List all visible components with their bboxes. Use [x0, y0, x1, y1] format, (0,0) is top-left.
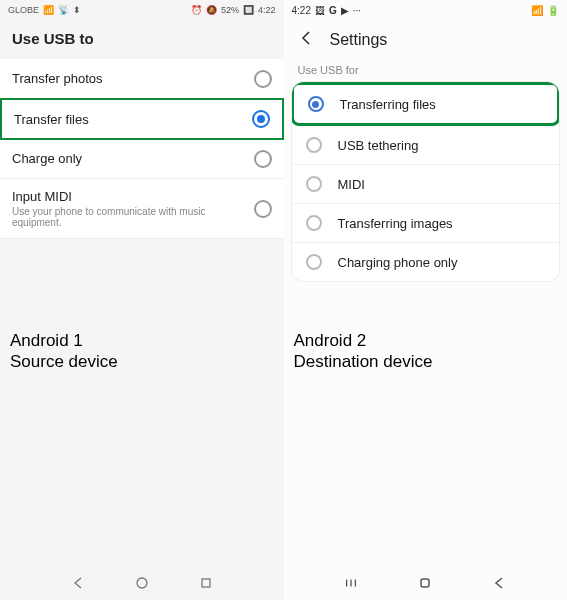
- option-label: Charge only: [12, 151, 82, 166]
- option-label: USB tethering: [338, 138, 419, 153]
- svg-point-0: [137, 578, 147, 588]
- section-label: Use USB for: [284, 64, 568, 82]
- option-transferring-files[interactable]: Transferring files: [292, 82, 560, 126]
- option-charging-phone-only[interactable]: Charging phone only: [292, 243, 560, 281]
- option-sublabel: Use your phone to communicate with music…: [12, 206, 254, 228]
- recents-icon[interactable]: [199, 576, 213, 590]
- usb-options-list: Transferring files USB tethering MIDI Tr…: [292, 82, 560, 281]
- back-icon[interactable]: [492, 576, 506, 590]
- wifi-icon: 📡: [58, 5, 69, 15]
- radio-icon[interactable]: [306, 176, 322, 192]
- option-label: Input MIDI: [12, 189, 254, 204]
- radio-icon[interactable]: [308, 96, 324, 112]
- option-label: Transferring images: [338, 216, 453, 231]
- option-input-midi[interactable]: Input MIDI Use your phone to communicate…: [0, 179, 284, 239]
- caption-line2: Destination device: [294, 351, 433, 372]
- navigation-bar: [284, 566, 568, 600]
- back-icon[interactable]: [298, 30, 314, 50]
- status-bar: GLOBE 📶 📡 ⬍ ⏰ 🔕 52% 🔲 4:22: [0, 0, 284, 20]
- option-charge-only[interactable]: Charge only: [0, 139, 284, 179]
- back-icon[interactable]: [71, 576, 85, 590]
- youtube-icon: ▶: [341, 5, 349, 16]
- option-usb-tethering[interactable]: USB tethering: [292, 126, 560, 165]
- option-label: MIDI: [338, 177, 365, 192]
- page-title: Use USB to: [0, 20, 284, 59]
- home-icon[interactable]: [418, 576, 432, 590]
- home-icon[interactable]: [135, 576, 149, 590]
- caption-line1: Android 2: [294, 330, 433, 351]
- option-transferring-images[interactable]: Transferring images: [292, 204, 560, 243]
- usb-options-list: Transfer photos Transfer files Charge on…: [0, 59, 284, 239]
- option-label: Charging phone only: [338, 255, 458, 270]
- clock-label: 4:22: [258, 5, 276, 15]
- option-midi[interactable]: MIDI: [292, 165, 560, 204]
- battery-icon: 🔋: [547, 5, 559, 16]
- clock-label: 4:22: [292, 5, 311, 16]
- signal-icon: 📶: [43, 5, 54, 15]
- svg-rect-1: [202, 579, 210, 587]
- google-icon: G: [329, 5, 337, 16]
- signal-icon: 📶: [531, 5, 543, 16]
- device-caption: Android 1 Source device: [10, 330, 118, 373]
- radio-icon[interactable]: [254, 70, 272, 88]
- recents-icon[interactable]: [344, 576, 358, 590]
- caption-line2: Source device: [10, 351, 118, 372]
- option-label: Transfer files: [14, 112, 89, 127]
- option-transfer-photos[interactable]: Transfer photos: [0, 59, 284, 99]
- option-label: Transfer photos: [12, 71, 103, 86]
- radio-icon[interactable]: [254, 150, 272, 168]
- device-android-2: 4:22 🖼 G ▶ ··· 📶 🔋 Settings Use USB for …: [284, 0, 568, 600]
- header: Settings: [284, 20, 568, 64]
- radio-icon[interactable]: [306, 215, 322, 231]
- alarm-icon: ⏰: [191, 5, 202, 15]
- usb-icon: ⬍: [73, 5, 81, 15]
- gallery-icon: 🖼: [315, 5, 325, 16]
- battery-label: 52%: [221, 5, 239, 15]
- device-android-1: GLOBE 📶 📡 ⬍ ⏰ 🔕 52% 🔲 4:22 Use USB to Tr…: [0, 0, 284, 600]
- navigation-bar: [0, 566, 284, 600]
- radio-icon[interactable]: [306, 254, 322, 270]
- page-title: Settings: [330, 31, 388, 49]
- option-transfer-files[interactable]: Transfer files: [0, 98, 284, 140]
- status-bar: 4:22 🖼 G ▶ ··· 📶 🔋: [284, 0, 568, 20]
- device-caption: Android 2 Destination device: [294, 330, 433, 373]
- radio-icon[interactable]: [306, 137, 322, 153]
- mute-icon: 🔕: [206, 5, 217, 15]
- more-icon: ···: [353, 5, 361, 16]
- option-label: Transferring files: [340, 97, 436, 112]
- caption-line1: Android 1: [10, 330, 118, 351]
- battery-icon: 🔲: [243, 5, 254, 15]
- radio-icon[interactable]: [254, 200, 272, 218]
- carrier-label: GLOBE: [8, 5, 39, 15]
- svg-rect-2: [421, 579, 429, 587]
- radio-icon[interactable]: [252, 110, 270, 128]
